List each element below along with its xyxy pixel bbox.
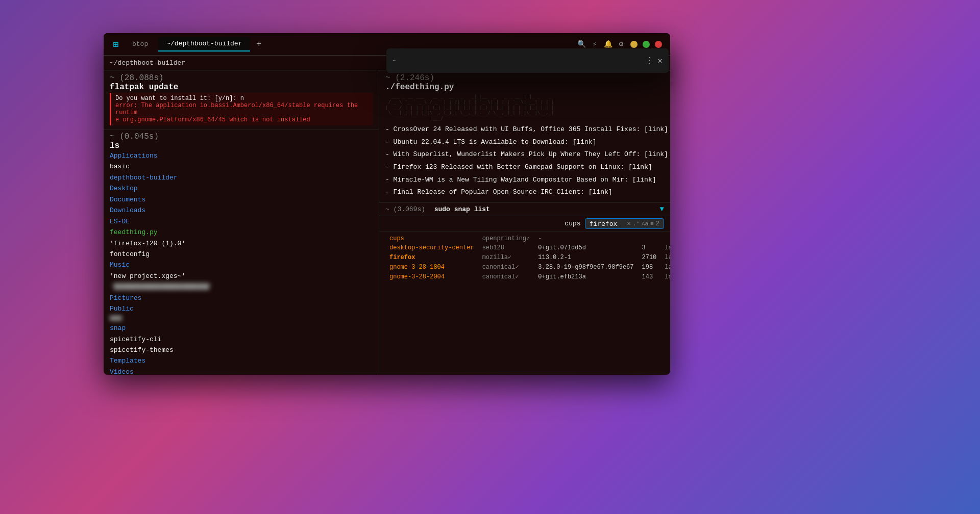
file-esde: ES-DE <box>110 216 373 227</box>
file-documents: Documents <box>110 194 373 205</box>
pane-path: ~/depthboot-builder <box>110 59 185 67</box>
news-list: - CrossOver 24 Released with UI Buffs, O… <box>385 123 664 199</box>
file-blurred: '████████████████████████' <box>110 281 373 292</box>
tab-btop[interactable]: btop <box>124 37 156 51</box>
news-1: - CrossOver 24 Released with UI Buffs, O… <box>385 123 664 136</box>
secondary-menu-icon[interactable]: ⋮ <box>645 56 653 66</box>
snap-table-container: cups openprinting✓ - desktop-security-ce… <box>379 232 670 375</box>
search-clear-icon[interactable]: ✕ <box>627 220 631 227</box>
ascii-art: ___ _ __ ___ __ _ __ _ _| |__ _ _ _ __ |… <box>385 94 664 121</box>
search-icon[interactable]: 🔍 <box>577 40 585 48</box>
file-pictures: Pictures <box>110 293 373 303</box>
file-feedthing: feedthing.py <box>110 227 373 238</box>
secondary-close-icon[interactable]: ✕ <box>657 56 663 66</box>
search-whole-icon[interactable]: ≡ <box>650 221 654 227</box>
file-snap: snap <box>110 323 373 333</box>
split-container: ~ (28.088s) flatpak update Do you want t… <box>104 70 670 375</box>
file-blurred2: ████ <box>110 315 373 323</box>
add-tab-button[interactable]: + <box>252 38 265 51</box>
minimize-button[interactable]: ─ <box>630 41 638 48</box>
lightning-icon[interactable]: ⚡ <box>591 40 599 48</box>
gear-icon[interactable]: ⚙ <box>617 40 625 48</box>
snap-cups: cups <box>565 220 580 227</box>
section2-command: ls <box>110 141 373 150</box>
news-6: - Final Release of Popular Open-Source I… <box>385 186 664 199</box>
snap-table: cups openprinting✓ - desktop-security-ce… <box>385 234 670 281</box>
maximize-button[interactable]: □ <box>643 41 650 48</box>
news-3: - With Superlist, Wunderlist Makers Pick… <box>385 148 664 161</box>
error-block: Do you want to install it: [y/n]: n erro… <box>110 93 373 125</box>
snap-command: sudo snap list <box>434 205 490 213</box>
file-public: Public <box>110 303 373 314</box>
file-downloads: Downloads <box>110 205 373 216</box>
file-videos: Videos <box>110 367 373 375</box>
news-5: - Miracle-WM is a New Tiling Wayland Com… <box>385 174 664 187</box>
file-spicetify-themes: spicetify-themes <box>110 345 373 355</box>
snap-row-cups: cups openprinting✓ - <box>385 234 670 243</box>
search-regex-icon[interactable]: .* <box>633 221 640 227</box>
section2-header: ~ (0.045s) <box>110 132 373 141</box>
error-line2: error: The application io.bassi.Amberol/… <box>115 102 369 123</box>
file-desktop: Desktop <box>110 183 373 194</box>
file-basic: basic <box>110 161 373 172</box>
main-terminal-window: ⊞ btop ~/depthboot-builder + 🔍 ⚡ 🔔 ⚙ ─ □… <box>104 33 670 375</box>
file-newproject: 'new project.xges~' <box>110 271 373 281</box>
left-pane: ~ (28.088s) flatpak update Do you want t… <box>104 70 379 375</box>
file-fontconfig: fontconfig <box>110 249 373 260</box>
snap-row-gnome3-28: gnome-3-28-1804 canonical✓ 3.28.0-19-g98… <box>385 262 670 272</box>
close-button[interactable]: ✕ <box>655 41 662 48</box>
right-pane: ~ (2.246s) ./feedthing.py ___ _ __ ___ _… <box>379 70 670 375</box>
file-spicetify-cli: spicetify-cli <box>110 334 373 345</box>
news-4: - Firefox 123 Released with Better Gamep… <box>385 161 664 174</box>
snap-row-dsc: desktop-security-center seb128 0+git.071… <box>385 243 670 252</box>
file-depthboot: depthboot-builder <box>110 172 373 183</box>
file-firefox: 'firefox-120 (1).0' <box>110 238 373 249</box>
tab-depthboot[interactable]: ~/depthboot-builder <box>158 37 250 52</box>
right-section1-header: ~ (2.246s) <box>385 73 664 83</box>
file-list: Applications basic depthboot-builder Des… <box>110 150 373 375</box>
bell-icon[interactable]: 🔔 <box>604 40 612 48</box>
file-applications: Applications <box>110 150 373 161</box>
file-templates: Templates <box>110 355 373 366</box>
search-case-icon[interactable]: Aa <box>642 221 648 227</box>
snap-section-header: ~ (3.069s) <box>385 205 425 213</box>
error-line1: Do you want to install it: [y/n]: n <box>115 95 369 102</box>
snap-row-firefox: firefox mozilla✓ 113.0.2-1 2710 latest/s… <box>385 252 670 262</box>
filter-icon[interactable]: ▼ <box>660 205 664 213</box>
secondary-terminal-window: ~ ⋮ ✕ <box>386 48 669 73</box>
right-section1-command: ./feedthing.py <box>385 83 664 92</box>
search-count: 2 <box>656 220 659 227</box>
section1-header: ~ (28.088s) <box>110 73 373 83</box>
snap-row-gnome3-2004: gnome-3-28-2004 canonical✓ 0+git.efb213a… <box>385 272 670 281</box>
search-input[interactable] <box>590 220 625 227</box>
secondary-header: ~ <box>393 57 397 65</box>
search-bar: ✕ .* Aa ≡ 2 <box>585 218 664 229</box>
news-2: - Ubuntu 22.04.4 LTS is Available to Dow… <box>385 136 664 149</box>
file-music: Music <box>110 260 373 270</box>
section1-command: flatpak update <box>110 83 373 92</box>
window-controls: 🔍 ⚡ 🔔 ⚙ ─ □ ✕ <box>577 40 662 48</box>
pane-icon: ⊞ <box>112 40 120 48</box>
